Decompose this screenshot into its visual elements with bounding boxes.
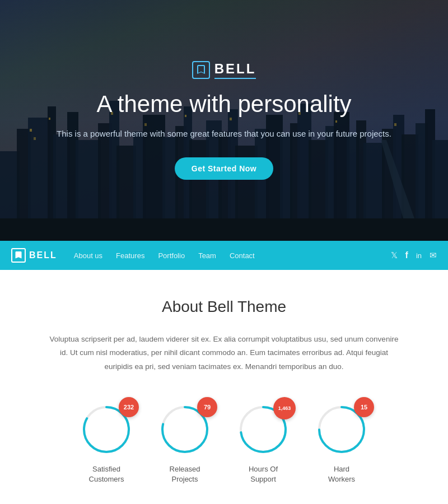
stat-circle-support: 1,463 [235,402,291,458]
hero-brand-logo: BELL [57,61,391,79]
about-text: Voluptua scripserit per ad, laudem vider… [45,333,403,374]
nav-brand-name: BELL [29,250,57,260]
stat-badge-workers: 15 [354,397,374,417]
bookmark-icon [196,65,206,75]
hero-subtitle: This is a powerful theme with some great… [57,127,391,141]
stat-circle-customers: 232 [78,402,134,458]
about-title: About Bell Theme [34,298,414,316]
hero-brand-name: BELL [214,61,256,79]
stat-label-workers: HardWorkers [328,464,355,484]
hero-section: BELL A theme with personality This is a … [0,0,448,241]
nav-link-features[interactable]: Features [116,251,144,260]
navbar: BELL About us Features Portfolio Team Co… [0,241,448,270]
nav-link-contact[interactable]: Contact [230,251,255,260]
stat-item-customers: 232 SatisfiedCustomers [78,402,134,484]
nav-brand: BELL [11,248,57,263]
stat-item-projects: 79 ReleasedProjects [157,402,213,484]
hero-cta-button[interactable]: Get Started Now [175,157,273,180]
nav-brand-icon [11,248,26,263]
hero-title: A theme with personality [57,90,391,118]
stat-item-support: 1,463 Hours OfSupport [235,402,291,484]
nav-link-portfolio[interactable]: Portfolio [158,251,185,260]
nav-link-about[interactable]: About us [74,251,102,260]
stat-circle-projects: 79 [157,402,213,458]
stat-label-projects: ReleasedProjects [170,464,200,484]
nav-bookmark-icon [15,251,22,259]
stat-item-workers: 15 HardWorkers [314,402,370,484]
stat-circle-workers: 15 [314,402,370,458]
email-icon[interactable]: ✉ [430,250,437,260]
nav-social-icons: 𝕏 f in ✉ [391,250,437,260]
nav-link-team[interactable]: Team [198,251,216,260]
stat-label-customers: SatisfiedCustomers [89,464,124,484]
linkedin-icon[interactable]: in [416,251,422,260]
about-section: About Bell Theme Voluptua scripserit per… [0,270,448,504]
facebook-icon[interactable]: f [405,250,408,260]
stats-row: 232 SatisfiedCustomers 79 ReleasedProjec… [34,402,414,484]
hero-content: BELL A theme with personality This is a … [34,61,414,180]
stat-badge-projects: 79 [197,397,217,417]
stat-badge-customers: 232 [119,397,139,417]
twitter-icon[interactable]: 𝕏 [391,250,398,260]
stat-label-support: Hours OfSupport [249,464,278,484]
stat-badge-support: 1,463 [273,397,296,419]
hero-brand-icon [192,61,210,79]
svg-rect-39 [30,129,32,132]
nav-links: About us Features Portfolio Team Contact [74,251,391,260]
svg-rect-38 [0,218,448,241]
